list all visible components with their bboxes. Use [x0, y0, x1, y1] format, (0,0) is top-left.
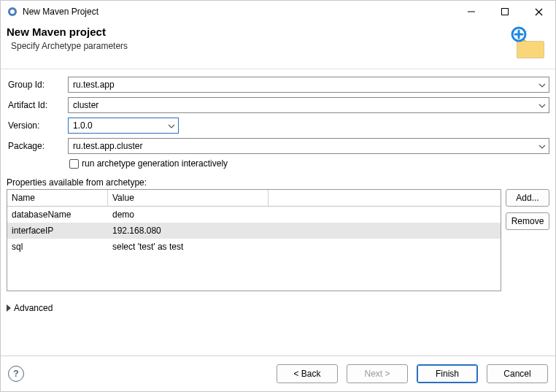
- col-header-value[interactable]: Value: [108, 190, 269, 206]
- add-button[interactable]: Add...: [506, 189, 549, 207]
- page-subtitle: Specify Archetype parameters: [11, 41, 507, 51]
- table-body: databaseName demo interfaceIP 192.168.08…: [7, 207, 501, 291]
- app-icon: [7, 6, 18, 18]
- back-button[interactable]: < Back: [277, 364, 338, 383]
- remove-button[interactable]: Remove: [506, 212, 549, 230]
- group-id-label: Group Id:: [7, 80, 63, 90]
- version-label: Version:: [7, 120, 63, 131]
- run-interactive-label: run archetype generation interactively: [82, 158, 228, 169]
- properties-section-label: Properties available from archetype:: [1, 173, 555, 189]
- cell-value: select 'test' as test: [108, 242, 269, 252]
- col-header-empty: [269, 190, 501, 206]
- chevron-down-icon: [538, 101, 546, 109]
- col-header-name[interactable]: Name: [7, 190, 108, 206]
- close-button[interactable]: [522, 1, 555, 23]
- run-interactive-checkbox[interactable]: [69, 159, 79, 169]
- properties-table[interactable]: Name Value databaseName demo interfaceIP…: [7, 189, 501, 291]
- svg-point-1: [10, 9, 15, 14]
- maximize-button[interactable]: [488, 1, 522, 23]
- svg-rect-3: [502, 9, 509, 15]
- package-value: ru.test.app.cluster: [73, 141, 142, 151]
- table-row[interactable]: interfaceIP 192.168.080: [7, 223, 501, 239]
- package-combo[interactable]: ru.test.app.cluster: [68, 138, 549, 154]
- properties-area: Name Value databaseName demo interfaceIP…: [1, 189, 555, 291]
- cell-value: demo: [108, 210, 269, 220]
- artifact-id-combo[interactable]: cluster: [68, 97, 549, 113]
- version-combo[interactable]: 1.0.0: [68, 118, 179, 134]
- table-header: Name Value: [7, 190, 501, 207]
- window-title: New Maven Project: [23, 7, 99, 17]
- cell-name: interfaceIP: [7, 226, 108, 236]
- table-row[interactable]: sql select 'test' as test: [7, 239, 501, 255]
- titlebar: New Maven Project: [1, 1, 555, 23]
- page-title: New Maven project: [7, 26, 507, 38]
- group-id-value: ru.test.app: [73, 80, 115, 90]
- artifact-id-value: cluster: [73, 100, 99, 110]
- cell-name: databaseName: [7, 210, 108, 220]
- version-value: 1.0.0: [73, 120, 93, 131]
- cell-value: 192.168.080: [108, 226, 269, 236]
- wizard-footer: ? < Back Next > Finish Cancel: [1, 356, 555, 391]
- package-label: Package:: [7, 141, 63, 151]
- triangle-right-icon: [7, 304, 11, 312]
- form-area: Group Id: ru.test.app Artifact Id: clust…: [1, 69, 555, 173]
- chevron-down-icon: [538, 81, 546, 88]
- next-button[interactable]: Next >: [347, 364, 408, 383]
- minimize-button[interactable]: [455, 1, 488, 23]
- advanced-label: Advanced: [14, 303, 53, 313]
- group-id-combo[interactable]: ru.test.app: [68, 77, 549, 93]
- finish-button[interactable]: Finish: [417, 364, 478, 383]
- chevron-down-icon: [168, 122, 175, 129]
- cell-name: sql: [7, 242, 108, 252]
- help-button[interactable]: ?: [8, 366, 24, 382]
- advanced-toggle[interactable]: Advanced: [1, 291, 555, 316]
- chevron-down-icon: [538, 142, 546, 150]
- new-project-icon: [507, 26, 548, 61]
- cancel-button[interactable]: Cancel: [487, 364, 548, 383]
- wizard-header: New Maven project Specify Archetype para…: [1, 23, 555, 69]
- table-row[interactable]: databaseName demo: [7, 207, 501, 223]
- artifact-id-label: Artifact Id:: [7, 100, 63, 110]
